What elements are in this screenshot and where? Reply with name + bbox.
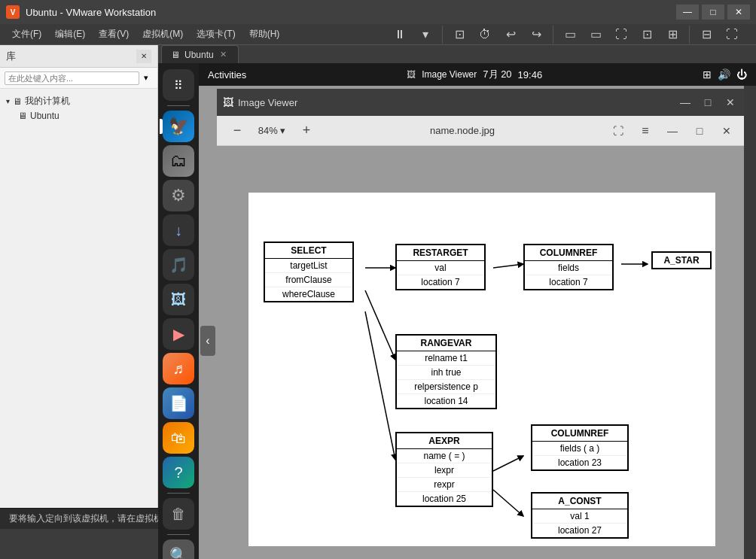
tree-item-mycomputer[interactable]: ▾ 🖥 我的计算机 <box>3 93 154 109</box>
columnref-top-title: COLUMNREF <box>525 245 612 261</box>
dock-item-trash[interactable]: 🗑 <box>163 498 194 530</box>
tree-item-ubuntu[interactable]: 🖥 Ubuntu <box>15 109 154 123</box>
sidebar-header-controls: ✕ <box>136 50 151 63</box>
image-viewer-controls: — □ ✕ <box>675 93 741 111</box>
suspend-btn[interactable]: ↪ <box>524 23 548 46</box>
vmware-icon: V <box>6 5 20 19</box>
scrollbar-right[interactable] <box>744 86 756 559</box>
ubuntu-content: Activities 🖼 Image Viewer 7月 20 19:46 ⊞ … <box>199 63 756 559</box>
help-icon: ? <box>174 464 182 482</box>
menu-tabs[interactable]: 选项卡(T) <box>191 26 241 43</box>
iv-fit-btn[interactable]: ⛶ <box>607 120 629 141</box>
sidebar-close-btn[interactable]: ✕ <box>136 50 151 63</box>
aexpr-row-0: name ( = ) <box>397 449 492 463</box>
view-other2[interactable]: ⊞ <box>660 23 684 46</box>
restore-btn[interactable]: ↩ <box>498 23 523 46</box>
volume-icon[interactable]: 🔊 <box>718 68 730 81</box>
columnref-top-row-1: location 7 <box>525 275 612 289</box>
minimize-button[interactable]: — <box>676 5 699 20</box>
maximize-button[interactable]: □ <box>702 5 724 20</box>
aconst-row-1: location 27 <box>532 524 627 537</box>
ubuntu-date: 7月 20 <box>483 68 511 81</box>
menu-view[interactable]: 查看(V) <box>93 26 135 43</box>
svg-line-2 <box>365 311 395 460</box>
menu-help[interactable]: 帮助(H) <box>243 26 286 43</box>
search-dropdown-btn[interactable]: ▾ <box>139 71 153 85</box>
activities-button[interactable]: Activities <box>208 69 246 81</box>
dock-item-videos[interactable]: ▶ <box>163 318 194 350</box>
menu-edit[interactable]: 编辑(E) <box>49 26 91 43</box>
separator-3 <box>689 26 690 44</box>
astar-node-title: A_STAR <box>653 253 710 268</box>
libreoffice-icon: 📄 <box>169 394 188 412</box>
close-button[interactable]: ✕ <box>727 5 750 20</box>
dock-item-thunderbird[interactable]: 🦅 <box>163 111 194 142</box>
ubuntu-desktop[interactable]: ⠿ 🦅 🗂 ⚙ ↓ <box>158 63 756 559</box>
settings-icon: ⚙ <box>171 186 186 205</box>
iv-maximize-btn[interactable]: □ <box>697 93 718 111</box>
pause-dropdown[interactable]: ▾ <box>413 23 437 46</box>
select-node-row-1: fromClause <box>265 273 352 287</box>
aexpr-node-title: AEXPR <box>397 433 492 449</box>
dock-item-music[interactable]: 🎵 <box>163 249 194 281</box>
send-ctrl-alt-del[interactable]: ⊡ <box>447 23 471 46</box>
network-icon[interactable]: ⊞ <box>703 68 712 81</box>
dock-item-files[interactable]: 🗂 <box>163 145 194 177</box>
dock-item-apps[interactable]: ⠿ <box>163 69 194 101</box>
dock-item-help[interactable]: ? <box>163 457 194 488</box>
iv-maximize2-btn[interactable]: □ <box>688 120 711 141</box>
power-icon[interactable]: ⏻ <box>736 68 747 81</box>
ubuntu-tab[interactable]: 🖥 Ubuntu ✕ <box>161 45 239 63</box>
iv-close-btn[interactable]: ✕ <box>720 93 741 111</box>
view-normal[interactable]: ▭ <box>558 23 582 46</box>
iv-zoom-in-btn[interactable]: + <box>295 120 318 141</box>
menu-file[interactable]: 文件(F) <box>6 26 47 43</box>
tree-children: 🖥 Ubuntu <box>3 109 154 123</box>
dock-item-appstore[interactable]: 🛍 <box>163 422 194 454</box>
snapshot-btn[interactable]: ⏱ <box>473 23 497 46</box>
columnref-bottom-row-1: location 23 <box>532 456 627 469</box>
ubuntu-tab-close-btn[interactable]: ✕ <box>218 50 229 60</box>
svg-line-1 <box>365 290 395 360</box>
view-fullscreen[interactable]: ⛶ <box>609 23 633 46</box>
iv-close2-btn[interactable]: ✕ <box>715 120 738 141</box>
dock-item-settings[interactable]: ⚙ <box>163 180 194 211</box>
trash-icon: 🗑 <box>171 506 186 523</box>
desktop-background: ‹ 🖼 Image Viewer — □ ✕ <box>199 86 756 559</box>
prefs-btn[interactable]: ⊟ <box>694 23 718 46</box>
iv-menu-btn[interactable]: ≡ <box>634 120 657 141</box>
iv-zoom-out-btn[interactable]: − <box>226 120 248 141</box>
menu-vm[interactable]: 虚拟机(M) <box>136 26 189 43</box>
iv-minimize-btn[interactable]: — <box>675 93 696 111</box>
iv-minimize2-btn[interactable]: — <box>661 120 684 141</box>
aconst-node-title: A_CONST <box>532 494 627 509</box>
appstore-icon: 🛍 <box>171 430 186 447</box>
svg-line-5 <box>493 456 523 471</box>
pause-button[interactable]: ⏸ <box>388 23 412 46</box>
view-other1[interactable]: ⊡ <box>635 23 659 46</box>
image-viewer-content: SELECT targetList fromClause whereClause… <box>217 146 747 559</box>
select-node-title: SELECT <box>265 243 352 259</box>
columnref-bottom-row-0: fields ( a ) <box>532 442 627 456</box>
dock-item-search[interactable]: 🔍 <box>163 539 194 559</box>
dock-item-pictures[interactable]: 🖼 <box>163 284 194 315</box>
dock-item-rhythmbox[interactable]: ♬ <box>163 353 194 384</box>
dock-item-libreoffice[interactable]: 📄 <box>163 387 194 419</box>
select-node: SELECT targetList fromClause whereClause <box>264 242 354 302</box>
music-icon: 🎵 <box>169 256 188 274</box>
nav-back-btn[interactable]: ‹ <box>200 326 215 356</box>
tree-label-ubuntu: Ubuntu <box>30 111 59 121</box>
downloads-icon: ↓ <box>175 222 182 239</box>
view-unity[interactable]: ▭ <box>584 23 608 46</box>
ubuntu-tab-icon: 🖥 <box>171 50 180 60</box>
ubuntu-app-name: Image Viewer <box>422 69 477 80</box>
fullscreen-btn[interactable]: ⛶ <box>720 23 744 46</box>
dock-item-downloads[interactable]: ↓ <box>163 214 194 246</box>
restarget-node-row-0: val <box>397 261 484 275</box>
rangevar-row-3: location 14 <box>397 394 495 408</box>
search-input[interactable] <box>5 71 139 85</box>
apps-grid-icon: ⠿ <box>174 78 183 93</box>
tree-label-mycomputer: 我的计算机 <box>25 95 70 108</box>
dock-separator-3 <box>167 534 190 535</box>
ubuntu-tab-label: Ubuntu <box>184 50 214 60</box>
